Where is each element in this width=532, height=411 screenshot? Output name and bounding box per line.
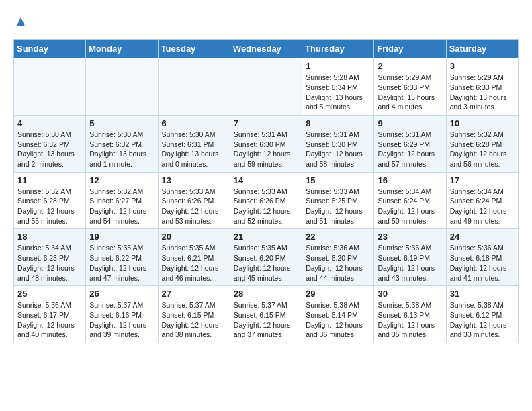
day-number: 30 bbox=[378, 289, 442, 299]
day-number: 23 bbox=[378, 232, 442, 242]
day-cell: 21Sunrise: 5:35 AMSunset: 6:20 PMDayligh… bbox=[230, 229, 302, 286]
day-info: Sunrise: 5:36 AMSunset: 6:18 PMDaylight:… bbox=[450, 243, 515, 283]
weekday-header-row: SundayMondayTuesdayWednesdayThursdayFrid… bbox=[14, 40, 519, 58]
day-number: 21 bbox=[234, 232, 298, 242]
day-info: Sunrise: 5:38 AMSunset: 6:12 PMDaylight:… bbox=[450, 300, 515, 340]
day-cell: 8Sunrise: 5:31 AMSunset: 6:30 PMDaylight… bbox=[302, 115, 374, 172]
day-cell: 12Sunrise: 5:32 AMSunset: 6:27 PMDayligh… bbox=[86, 172, 158, 229]
day-number: 7 bbox=[234, 118, 298, 128]
day-info: Sunrise: 5:34 AMSunset: 6:24 PMDaylight:… bbox=[450, 187, 515, 226]
day-info: Sunrise: 5:28 AMSunset: 6:34 PMDaylight:… bbox=[306, 73, 370, 112]
day-info: Sunrise: 5:32 AMSunset: 6:28 PMDaylight:… bbox=[17, 187, 82, 226]
day-info: Sunrise: 5:38 AMSunset: 6:13 PMDaylight:… bbox=[378, 300, 442, 340]
day-number: 13 bbox=[162, 175, 226, 185]
day-number: 6 bbox=[162, 118, 226, 128]
day-info: Sunrise: 5:36 AMSunset: 6:19 PMDaylight:… bbox=[378, 243, 442, 283]
day-cell: 11Sunrise: 5:32 AMSunset: 6:28 PMDayligh… bbox=[14, 172, 86, 229]
day-cell: 18Sunrise: 5:34 AMSunset: 6:23 PMDayligh… bbox=[14, 229, 86, 286]
day-info: Sunrise: 5:29 AMSunset: 6:33 PMDaylight:… bbox=[378, 73, 442, 112]
day-number: 20 bbox=[162, 232, 226, 242]
day-info: Sunrise: 5:33 AMSunset: 6:26 PMDaylight:… bbox=[162, 187, 226, 226]
weekday-header-monday: Monday bbox=[86, 40, 158, 58]
day-number: 9 bbox=[378, 118, 442, 128]
day-number: 5 bbox=[89, 118, 154, 128]
day-info: Sunrise: 5:35 AMSunset: 6:21 PMDaylight:… bbox=[162, 243, 226, 283]
day-info: Sunrise: 5:31 AMSunset: 6:30 PMDaylight:… bbox=[234, 130, 298, 169]
day-info: Sunrise: 5:34 AMSunset: 6:23 PMDaylight:… bbox=[17, 243, 82, 283]
day-number: 15 bbox=[306, 175, 370, 185]
day-info: Sunrise: 5:34 AMSunset: 6:24 PMDaylight:… bbox=[378, 187, 442, 226]
day-cell: 16Sunrise: 5:34 AMSunset: 6:24 PMDayligh… bbox=[374, 172, 446, 229]
weekday-header-wednesday: Wednesday bbox=[230, 40, 302, 58]
header: ▲ bbox=[13, 13, 519, 28]
day-cell: 9Sunrise: 5:31 AMSunset: 6:29 PMDaylight… bbox=[374, 115, 446, 172]
day-number: 27 bbox=[162, 289, 226, 299]
day-cell: 30Sunrise: 5:38 AMSunset: 6:13 PMDayligh… bbox=[374, 286, 446, 343]
calendar: SundayMondayTuesdayWednesdayThursdayFrid… bbox=[13, 39, 519, 343]
day-cell bbox=[230, 58, 302, 116]
day-cell: 24Sunrise: 5:36 AMSunset: 6:18 PMDayligh… bbox=[446, 229, 518, 286]
day-cell: 3Sunrise: 5:29 AMSunset: 6:33 PMDaylight… bbox=[446, 58, 518, 116]
day-info: Sunrise: 5:32 AMSunset: 6:27 PMDaylight:… bbox=[89, 187, 154, 226]
day-number: 17 bbox=[450, 175, 515, 185]
day-number: 11 bbox=[17, 175, 82, 185]
day-number: 14 bbox=[234, 175, 298, 185]
day-info: Sunrise: 5:35 AMSunset: 6:22 PMDaylight:… bbox=[89, 243, 154, 283]
day-info: Sunrise: 5:37 AMSunset: 6:15 PMDaylight:… bbox=[234, 300, 298, 340]
week-row-5: 25Sunrise: 5:36 AMSunset: 6:17 PMDayligh… bbox=[14, 286, 519, 343]
day-info: Sunrise: 5:32 AMSunset: 6:28 PMDaylight:… bbox=[450, 130, 515, 169]
day-cell: 31Sunrise: 5:38 AMSunset: 6:12 PMDayligh… bbox=[446, 286, 518, 343]
day-cell: 13Sunrise: 5:33 AMSunset: 6:26 PMDayligh… bbox=[158, 172, 230, 229]
day-number: 12 bbox=[89, 175, 154, 185]
day-cell: 4Sunrise: 5:30 AMSunset: 6:32 PMDaylight… bbox=[14, 115, 86, 172]
day-cell: 6Sunrise: 5:30 AMSunset: 6:31 PMDaylight… bbox=[158, 115, 230, 172]
day-cell: 19Sunrise: 5:35 AMSunset: 6:22 PMDayligh… bbox=[86, 229, 158, 286]
logo: ▲ bbox=[13, 13, 28, 28]
weekday-header-tuesday: Tuesday bbox=[158, 40, 230, 58]
day-number: 10 bbox=[450, 118, 515, 128]
day-info: Sunrise: 5:35 AMSunset: 6:20 PMDaylight:… bbox=[234, 243, 298, 283]
day-cell: 5Sunrise: 5:30 AMSunset: 6:32 PMDaylight… bbox=[86, 115, 158, 172]
weekday-header-thursday: Thursday bbox=[302, 40, 374, 58]
day-cell: 10Sunrise: 5:32 AMSunset: 6:28 PMDayligh… bbox=[446, 115, 518, 172]
day-number: 4 bbox=[17, 118, 82, 128]
day-info: Sunrise: 5:37 AMSunset: 6:16 PMDaylight:… bbox=[89, 300, 154, 340]
day-cell: 27Sunrise: 5:37 AMSunset: 6:15 PMDayligh… bbox=[158, 286, 230, 343]
day-number: 8 bbox=[306, 118, 370, 128]
day-info: Sunrise: 5:38 AMSunset: 6:14 PMDaylight:… bbox=[306, 300, 370, 340]
day-cell: 15Sunrise: 5:33 AMSunset: 6:25 PMDayligh… bbox=[302, 172, 374, 229]
day-info: Sunrise: 5:29 AMSunset: 6:33 PMDaylight:… bbox=[450, 73, 515, 112]
day-cell: 29Sunrise: 5:38 AMSunset: 6:14 PMDayligh… bbox=[302, 286, 374, 343]
day-info: Sunrise: 5:33 AMSunset: 6:26 PMDaylight:… bbox=[234, 187, 298, 226]
day-info: Sunrise: 5:31 AMSunset: 6:29 PMDaylight:… bbox=[378, 130, 442, 169]
day-number: 24 bbox=[450, 232, 515, 242]
day-number: 22 bbox=[306, 232, 370, 242]
logo-text: ▲ bbox=[13, 13, 28, 30]
day-info: Sunrise: 5:31 AMSunset: 6:30 PMDaylight:… bbox=[306, 130, 370, 169]
week-row-2: 4Sunrise: 5:30 AMSunset: 6:32 PMDaylight… bbox=[14, 115, 519, 172]
day-cell bbox=[86, 58, 158, 116]
weekday-header-saturday: Saturday bbox=[446, 40, 518, 58]
day-cell: 25Sunrise: 5:36 AMSunset: 6:17 PMDayligh… bbox=[14, 286, 86, 343]
day-cell bbox=[158, 58, 230, 116]
day-number: 25 bbox=[17, 289, 82, 299]
day-number: 28 bbox=[234, 289, 298, 299]
day-number: 18 bbox=[17, 232, 82, 242]
day-info: Sunrise: 5:30 AMSunset: 6:32 PMDaylight:… bbox=[17, 130, 82, 169]
day-cell: 20Sunrise: 5:35 AMSunset: 6:21 PMDayligh… bbox=[158, 229, 230, 286]
day-cell: 1Sunrise: 5:28 AMSunset: 6:34 PMDaylight… bbox=[302, 58, 374, 116]
day-info: Sunrise: 5:33 AMSunset: 6:25 PMDaylight:… bbox=[306, 187, 370, 226]
week-row-1: 1Sunrise: 5:28 AMSunset: 6:34 PMDaylight… bbox=[14, 58, 519, 116]
day-number: 3 bbox=[450, 61, 515, 71]
day-cell: 22Sunrise: 5:36 AMSunset: 6:20 PMDayligh… bbox=[302, 229, 374, 286]
day-info: Sunrise: 5:36 AMSunset: 6:17 PMDaylight:… bbox=[17, 300, 82, 340]
day-info: Sunrise: 5:36 AMSunset: 6:20 PMDaylight:… bbox=[306, 243, 370, 283]
day-cell: 17Sunrise: 5:34 AMSunset: 6:24 PMDayligh… bbox=[446, 172, 518, 229]
day-number: 29 bbox=[306, 289, 370, 299]
page: ▲ SundayMondayTuesdayWednesdayThursdayFr… bbox=[0, 0, 532, 357]
day-number: 26 bbox=[89, 289, 154, 299]
weekday-header-friday: Friday bbox=[374, 40, 446, 58]
day-cell: 7Sunrise: 5:31 AMSunset: 6:30 PMDaylight… bbox=[230, 115, 302, 172]
week-row-4: 18Sunrise: 5:34 AMSunset: 6:23 PMDayligh… bbox=[14, 229, 519, 286]
day-info: Sunrise: 5:37 AMSunset: 6:15 PMDaylight:… bbox=[162, 300, 226, 340]
